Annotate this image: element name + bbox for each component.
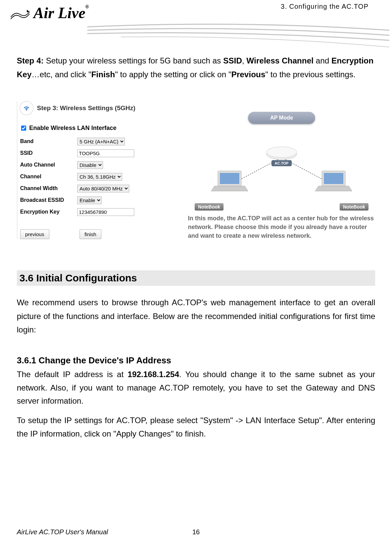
broadcast-label: Broadcast ESSID (20, 197, 77, 203)
channel-select[interactable]: Ch 36, 5.18GHz (77, 173, 122, 181)
auto-channel-label: Auto Channel (20, 162, 77, 168)
section-3-6-1-p1: The default IP address is at 192.168.1.2… (17, 368, 375, 408)
device-label: AC.TOP (275, 161, 288, 165)
footer-page-number: 16 (192, 528, 200, 536)
notebook-label-right: NoteBook (340, 203, 369, 211)
enable-wireless-label: Enable Wireless LAN Interface (29, 125, 116, 132)
section-3-6-paragraph: We recommend users to browse through AC.… (17, 296, 375, 337)
wifi-icon (20, 102, 33, 115)
wizard-title: Step 3: Wireless Settings (5GHz) (37, 104, 135, 112)
section-3-6-heading: 3.6 Initial Configurations (17, 270, 375, 286)
topology-diagram: AC.TOP (208, 131, 355, 198)
section-3-6-1-heading: 3.6.1 Change the Device's IP Address (17, 355, 375, 366)
ssid-label: SSID (20, 150, 77, 156)
ssid-input[interactable] (77, 149, 134, 157)
channel-width-label: Channel Width (20, 185, 77, 191)
logo-reg: ® (85, 4, 89, 9)
footer-manual-title: AirLive AC.TOP User's Manual (17, 528, 108, 536)
encryption-input[interactable] (77, 208, 134, 216)
step4-paragraph: Step 4: Setup your wireless settings for… (17, 54, 375, 82)
header-rule-decoration (87, 17, 389, 50)
step4-prefix: Step 4: (17, 56, 46, 65)
svg-rect-9 (324, 173, 343, 184)
screenshot-figure: Step 3: Wireless Settings (5GHz) Enable … (17, 102, 375, 240)
logo-text: Air Live (34, 4, 86, 21)
channel-width-select[interactable]: Auto 80/40/20 MHz (77, 185, 129, 192)
previous-button[interactable]: previous (20, 229, 49, 239)
svg-marker-7 (211, 186, 248, 191)
svg-rect-6 (220, 173, 239, 184)
band-label: Band (20, 138, 77, 144)
auto-channel-select[interactable]: Disable (77, 161, 103, 169)
svg-point-3 (266, 147, 297, 157)
mode-description: In this mode, the AC.TOP will act as a c… (188, 214, 375, 240)
ap-mode-button[interactable]: AP Mode (248, 112, 315, 124)
broadcast-select[interactable]: Enable (77, 196, 102, 204)
encryption-label: Encryption Key (20, 209, 77, 215)
diagram-panel: AP Mode AC.TOP (188, 102, 375, 240)
airlive-logo: Air Live® (10, 4, 89, 22)
channel-label: Channel (20, 174, 77, 180)
wizard-panel: Step 3: Wireless Settings (5GHz) Enable … (17, 102, 178, 239)
notebook-label-left: NoteBook (195, 203, 224, 211)
wave-icon (10, 8, 30, 21)
enable-wireless-checkbox[interactable] (21, 125, 27, 131)
band-select[interactable]: 5 GHz (A+N+AC) (77, 138, 125, 145)
section-3-6-1-p2: To setup the IP settings for AC.TOP, ple… (17, 414, 375, 440)
finish-button[interactable]: finish (80, 229, 101, 239)
wizard-header: Step 3: Wireless Settings (5GHz) (20, 102, 178, 115)
svg-marker-10 (315, 186, 352, 191)
page-footer: AirLive AC.TOP User's Manual 16 (17, 528, 375, 536)
